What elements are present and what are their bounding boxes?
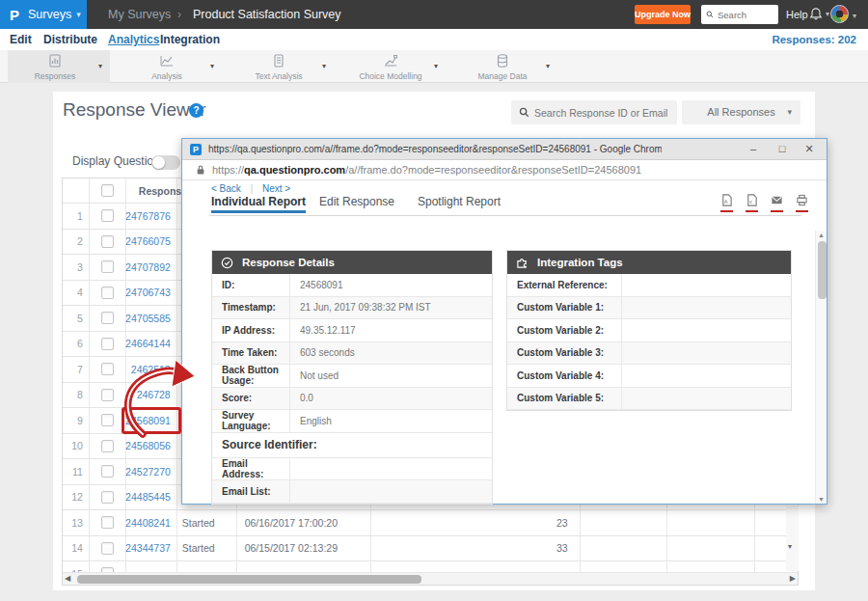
response-search[interactable] bbox=[511, 100, 677, 124]
chevron-down-icon[interactable]: ▾ bbox=[210, 62, 214, 70]
chevron-down-icon[interactable]: ▾ bbox=[853, 12, 856, 20]
window-title: https://qa.questionpro.com/a//frame.do?m… bbox=[208, 144, 662, 154]
scroll-down-icon[interactable]: ▼ bbox=[818, 496, 825, 503]
detail-value bbox=[290, 480, 492, 503]
tool-choice-modelling[interactable]: Choice Modelling ▾ bbox=[343, 50, 446, 83]
response-id-link[interactable]: 24705585 bbox=[126, 306, 177, 331]
response-search-input[interactable] bbox=[534, 107, 669, 119]
popup-scrollbar[interactable]: ▲ ▼ bbox=[815, 231, 827, 504]
nav-analytics[interactable]: Analytics bbox=[108, 33, 159, 46]
detail-label: ID: bbox=[212, 274, 290, 296]
scroll-down-icon[interactable]: ▾ bbox=[788, 542, 792, 551]
tool-analysis[interactable]: Analysis ▾ bbox=[120, 50, 222, 83]
text-analysis-icon bbox=[271, 53, 286, 68]
scroll-left-icon[interactable]: ◀ bbox=[65, 574, 70, 583]
select-all-checkbox[interactable] bbox=[101, 184, 114, 197]
responses-count[interactable]: Responses: 202 bbox=[772, 34, 856, 45]
row-checkbox[interactable] bbox=[101, 440, 114, 452]
response-id-link[interactable]: 24485445 bbox=[126, 485, 177, 510]
filter-value: All Responses bbox=[707, 106, 774, 118]
row-checkbox[interactable] bbox=[101, 465, 114, 478]
detail-value: English bbox=[290, 410, 492, 432]
tab-individual-report[interactable]: Individual Report bbox=[211, 195, 306, 208]
notifications-button[interactable]: ▾ bbox=[809, 7, 829, 21]
tool-manage-data[interactable]: Manage Data ▾ bbox=[455, 50, 557, 83]
panel-title: Integration Tags bbox=[537, 257, 623, 268]
row-checkbox[interactable] bbox=[101, 414, 114, 426]
global-search[interactable] bbox=[701, 5, 778, 24]
row-checkbox[interactable] bbox=[101, 516, 114, 529]
page-title: Response Viewer bbox=[63, 99, 206, 121]
row-checkbox-cell bbox=[90, 510, 126, 535]
tool-text-analysis[interactable]: Text Analysis ▾ bbox=[231, 50, 334, 83]
chevron-down-icon[interactable]: ▾ bbox=[98, 62, 102, 70]
tab-edit-response[interactable]: Edit Response bbox=[319, 195, 394, 208]
minimize-button[interactable]: – bbox=[740, 139, 767, 159]
email-icon[interactable] bbox=[771, 194, 783, 206]
row-checkbox[interactable] bbox=[101, 542, 114, 555]
maximize-button[interactable]: □ bbox=[769, 139, 796, 159]
row-checkbox[interactable] bbox=[101, 235, 114, 248]
responses-filter-dropdown[interactable]: All Responses ▾ bbox=[682, 100, 800, 124]
nav-edit[interactable]: Edit bbox=[10, 33, 32, 46]
print-icon[interactable] bbox=[796, 194, 808, 206]
avatar[interactable] bbox=[830, 5, 849, 23]
chevron-down-icon: ▾ bbox=[826, 10, 829, 18]
detail-row: Time Taken:603 seconds bbox=[212, 342, 492, 366]
export-excel-icon[interactable]: x bbox=[746, 194, 758, 206]
integration-tags-panel: Integration Tags External Reference:Cust… bbox=[506, 250, 792, 411]
response-id-link[interactable]: 24706743 bbox=[126, 281, 177, 306]
row-checkbox-cell bbox=[90, 281, 126, 306]
chevron-down-icon[interactable]: ▾ bbox=[546, 62, 550, 70]
response-id-link[interactable]: 24767876 bbox=[126, 204, 177, 229]
chevron-down-icon[interactable]: ▾ bbox=[434, 62, 438, 70]
row-checkbox[interactable] bbox=[101, 389, 114, 401]
row-checkbox[interactable] bbox=[101, 363, 114, 375]
next-link[interactable]: Next > bbox=[262, 183, 290, 194]
product-switcher[interactable]: P Surveys ▾ bbox=[0, 0, 87, 29]
global-search-input[interactable] bbox=[718, 10, 773, 20]
help-link[interactable]: Help bbox=[786, 9, 808, 20]
detail-label: Custom Variable 5: bbox=[507, 388, 622, 410]
response-id-link[interactable]: 24766075 bbox=[126, 230, 177, 255]
response-id-link[interactable]: 24408241 bbox=[126, 510, 177, 535]
row-checkbox-cell bbox=[90, 255, 126, 280]
row-checkbox[interactable] bbox=[101, 209, 114, 222]
horizontal-scrollbar[interactable]: ◀ ▶ bbox=[63, 572, 798, 585]
response-id-link[interactable]: 24344737 bbox=[126, 536, 177, 561]
row-checkbox[interactable] bbox=[101, 338, 114, 350]
popup-scroll-thumb[interactable] bbox=[818, 241, 827, 299]
horizontal-scroll-thumb[interactable] bbox=[77, 575, 421, 584]
row-number: 1 bbox=[63, 204, 90, 229]
row-checkbox[interactable] bbox=[101, 287, 114, 299]
header-response-id[interactable]: Response ID ▲ bbox=[126, 178, 177, 203]
address-bar[interactable]: https://qa.questionpro.com/a//frame.do?m… bbox=[182, 160, 827, 180]
response-id-link[interactable]: 24707892 bbox=[126, 255, 177, 280]
detail-row: Email List: bbox=[212, 480, 492, 504]
tab-spotlight-report[interactable]: Spotlight Report bbox=[418, 195, 501, 208]
scroll-up-icon[interactable]: ▲ bbox=[818, 232, 825, 238]
export-pdf-icon[interactable]: A bbox=[720, 194, 733, 206]
chrome-titlebar[interactable]: P https://qa.questionpro.com/a//frame.do… bbox=[182, 139, 827, 160]
help-icon[interactable]: ? bbox=[189, 103, 203, 118]
nav-integration[interactable]: Integration bbox=[160, 33, 220, 46]
nav-distribute[interactable]: Distribute bbox=[43, 33, 97, 46]
close-button[interactable]: ✕ bbox=[796, 139, 823, 159]
upgrade-now-button[interactable]: Upgrade Now bbox=[635, 5, 691, 24]
vertical-scrollbar[interactable]: ▾ bbox=[786, 505, 799, 571]
row-checkbox[interactable] bbox=[101, 260, 114, 273]
response-id-link[interactable]: 24527270 bbox=[126, 459, 177, 484]
row-checkbox[interactable] bbox=[101, 491, 114, 504]
breadcrumb-current: Product Satisfaction Survey bbox=[193, 8, 341, 21]
toggle-knob bbox=[152, 156, 165, 169]
row-checkbox[interactable] bbox=[101, 312, 114, 324]
survey-nav: Edit Distribute Analytics Integration Re… bbox=[0, 29, 868, 50]
display-questions-toggle[interactable] bbox=[151, 155, 180, 170]
detail-label: External Reference: bbox=[507, 274, 622, 296]
integration-tags-header: Integration Tags bbox=[507, 251, 791, 274]
breadcrumb-parent[interactable]: My Surveys bbox=[108, 8, 171, 21]
chevron-down-icon[interactable]: ▾ bbox=[322, 62, 326, 70]
tool-responses[interactable]: Responses ▾ bbox=[8, 50, 110, 83]
back-link[interactable]: < Back bbox=[211, 183, 241, 194]
scroll-right-icon[interactable]: ▶ bbox=[790, 574, 796, 583]
